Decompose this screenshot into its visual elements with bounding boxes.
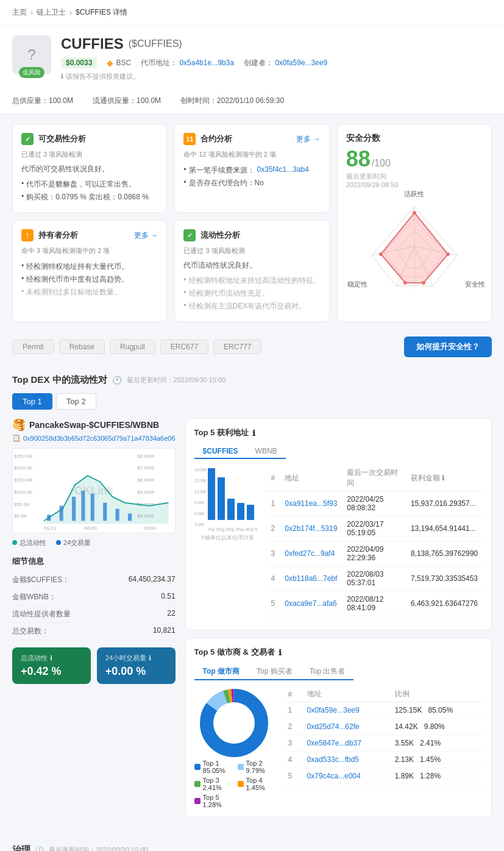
table-row: 5 0xaca9e7...afa6 2022/08/12 08:41:09 6,… [266, 591, 483, 616]
table-row: 2 0x2b174f...5319 2022/03/17 05:19:05 13… [266, 516, 483, 541]
tag-permit[interactable]: Permit [12, 340, 54, 354]
contract-subtitle: 命中 12 项风险检测项中的 2 项 [183, 150, 320, 159]
chart-legend: 总流动性 24交易量 [12, 538, 176, 547]
tab-top2[interactable]: Top 2 [56, 393, 96, 410]
svg-rect-45 [218, 477, 225, 520]
tab-top1[interactable]: Top 1 [12, 393, 52, 410]
svg-text:9.0M: 9.0M [194, 500, 204, 505]
svg-rect-31 [91, 494, 94, 521]
tag-rebase[interactable]: Rebase [59, 340, 105, 354]
contract-more[interactable]: 更多 → [296, 134, 320, 144]
governance-time: 最后更新时间：2022/09/30 15:00 [49, 846, 148, 851]
breadcrumb-home[interactable]: 主页 [12, 7, 27, 18]
svg-text:$7.00M: $7.00M [137, 466, 154, 471]
tag-rugpull[interactable]: Rugpull [110, 340, 155, 354]
svg-text:09/30: 09/30 [144, 525, 157, 531]
top5-maker-title: Top 5 做市商 & 交易者 ℹ [194, 647, 483, 658]
security-cta-button[interactable]: 如何提升安全性？ [404, 336, 492, 357]
svg-rect-32 [103, 503, 107, 521]
top5-maker-panel: Top 5 做市商 & 交易者 ℹ Top 做市商 Top 购买者 Top 出售… [185, 638, 492, 817]
svg-marker-8 [381, 213, 448, 283]
radar-activity-label: 活跃性 [404, 190, 424, 199]
dex-section-time: 最后更新时间：2022/09/30 15:00 [127, 376, 226, 385]
tab-top-maker[interactable]: Top 做市商 [194, 664, 248, 680]
security-title: 安全分数 [346, 133, 483, 144]
tradability-list: 代币不是貔貅盘，可以正常出售。 购买税：0.0795 % 卖出税：0.0868 … [21, 178, 158, 204]
tag-erc777[interactable]: ERC777 [213, 340, 261, 354]
top5-bar-chart: 18.0M 15.0M 12.0M 9.0M 6.0M 3.0M [194, 465, 261, 532]
svg-text:15.0M: 15.0M [194, 479, 207, 483]
legend-item: Top 3 2.41% [194, 777, 230, 791]
info-icon: ℹ [149, 654, 151, 662]
svg-text:$250.0K: $250.0K [14, 454, 33, 459]
dex-left-panel: 🥞 PancakeSwap-$CUFFIES/WBNB 📋 0x900258d3… [12, 418, 176, 825]
table-row: 2 0xd25d74...62fe 14.42K 9.80% [283, 719, 483, 735]
breadcrumb-chain[interactable]: 链上卫士 [37, 7, 66, 18]
disclaimer: ℹ 该报告不提供投资建议。 [61, 72, 492, 81]
maker-table-container: # 地址 比例 1 0x0fa59e...3ee9 12 [283, 686, 483, 785]
holder-list: 经检测特权地址持有大量代币。 经检测代币市中度有过高趋势。 未检测到过多目标地址… [21, 260, 158, 299]
svg-text:Top 2: Top 2 [218, 527, 228, 532]
top5-profit-title: Top 5 获利地址 ℹ [194, 427, 483, 438]
token-address-link[interactable]: 0x5a4b1e...9b3a [179, 59, 233, 67]
tradability-subtitle: 已通过 3 项风险检测 [21, 150, 158, 159]
detail-cuffies: 金额$CUFFIES： 64,450,234.37 [12, 572, 176, 589]
maker-content: Top 1 85.05% Top 2 9.79% Top 3 2.41% [194, 686, 483, 808]
col-time: 最后一次交易时间 [342, 465, 406, 491]
contract-badge: 11 [183, 133, 196, 145]
token-address: 代币地址： 0x5a4b1e...9b3a [141, 58, 234, 68]
tab-cuffies[interactable]: $CUFFIES [194, 444, 247, 459]
tab-top-seller[interactable]: Top 出售者 [301, 664, 354, 679]
svg-rect-33 [116, 509, 119, 521]
token-logo: ? 低风险 [12, 35, 51, 74]
volume-stat-title: 24小时交易量 ℹ [105, 653, 167, 663]
list-item: 第一笔手续费来源：0x35f4c1...3ab4 [183, 164, 320, 177]
top5-profit-table: # 地址 最后一次交易时间 获利金额 ℹ 1 0xa91 [266, 465, 483, 616]
analysis-grid: ✓ 可交易性分析 已通过 3 项风险检测 代币的可交易性状况良好。 代币不是貔貅… [0, 114, 504, 332]
dex-right-panel: Top 5 获利地址 ℹ $CUFFIES WBNB 18.0M 15.0M [185, 418, 492, 825]
dex-tabs: Top 1 Top 2 [12, 393, 492, 410]
list-item: 经检测在主流DEX有该代币交易对。 [183, 300, 320, 313]
detail-providers: 流动性提供者数量 22 [12, 606, 176, 623]
token-meta: $0.0033 ◆ BSC 代币地址： 0x5a4b1e...9b3a 创建者：… [61, 57, 492, 68]
top5-profit-panel: Top 5 获利地址 ℹ $CUFFIES WBNB 18.0M 15.0M [185, 418, 492, 630]
liquidity-stat-title: 总流动性 ℹ [21, 653, 82, 663]
tab-wbnb[interactable]: WBNB [247, 444, 286, 458]
table-row: 3 0xfed27c...9af4 2022/04/09 22:29:36 8,… [266, 541, 483, 566]
info-icon: ℹ [61, 73, 63, 80]
svg-point-59 [216, 705, 252, 741]
list-item: 代币不是貔貅盘，可以正常出售。 [21, 178, 158, 191]
svg-text:Top 4: Top 4 [237, 527, 247, 532]
copy-icon: 📋 [12, 434, 21, 442]
clock-icon: 🕐 [112, 376, 122, 385]
dex-address-link[interactable]: 0x900258d3b3b65d72c63065d79a71a47834a6e0… [23, 435, 176, 442]
holder-more[interactable]: 更多 → [134, 230, 158, 241]
creator-link[interactable]: 0x0fa59e...3ee9 [275, 59, 327, 67]
list-item: 经检测特权地址未持过高流动性的特征。 [183, 274, 320, 287]
holder-badge: ! [21, 229, 34, 241]
svg-text:Top 3: Top 3 [227, 527, 238, 532]
svg-rect-48 [247, 505, 254, 520]
stats-cards: 总流动性 ℹ +0.42 % 24小时交易量 ℹ +0.00 % [12, 647, 176, 684]
liquidity-stat-value: +0.42 % [21, 665, 82, 678]
table-row: 4 0xad533c...fbd5 2.13K 1.45% [283, 752, 483, 768]
list-item: 经检测特权地址持有大量代币。 [21, 260, 158, 273]
token-header: ? 低风险 CUFFIES ($CUFFIES) $0.0033 ◆ BSC 代… [0, 26, 504, 91]
svg-rect-29 [72, 497, 76, 521]
tradability-title: 可交易性分析 [38, 134, 86, 144]
svg-text:3.0M: 3.0M [194, 522, 204, 527]
radar-stability-label: 稳定性 [347, 280, 367, 289]
svg-rect-44 [208, 468, 215, 520]
svg-text:12.0M: 12.0M [194, 490, 207, 494]
legend-item: Top 5 1.28% [194, 794, 230, 808]
tradability-desc: 代币的可交易性状况良好。 [21, 164, 158, 174]
security-card: 安全分数 88 /100 最后更新时间 2022/09/28 08:50 活跃性 [337, 124, 492, 322]
dex-section-title: Top DEX 中的流动性对 [12, 374, 107, 386]
svg-text:$0.0K: $0.0K [14, 513, 27, 519]
top5-maker-table: # 地址 比例 1 0x0fa59e...3ee9 12 [283, 686, 483, 785]
list-item: 未检测到过多目标地址数量。 [21, 286, 158, 299]
tab-top-buyer[interactable]: Top 购买者 [248, 664, 301, 679]
supply-row: 总供应量：100.0M 流通供应量：100.0M 创时时间：2022/01/10… [0, 91, 504, 114]
chart-y-unit: Y轴单位以本位币计算 [194, 534, 261, 542]
tag-erc677[interactable]: ERC677 [160, 340, 208, 354]
